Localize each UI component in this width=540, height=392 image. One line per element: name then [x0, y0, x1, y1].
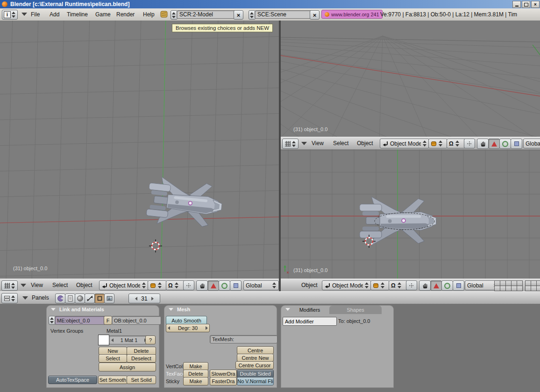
scene-unlink-button[interactable]: × — [310, 10, 320, 20]
layer-cell[interactable] — [526, 281, 531, 286]
menu-object[interactable]: Object — [357, 140, 373, 147]
collapse-header-triangle-icon[interactable] — [21, 284, 26, 287]
manipulator-rotate-toggle[interactable] — [488, 139, 500, 149]
manipulator-translate-toggle[interactable] — [477, 139, 489, 149]
menu-object[interactable]: Object — [76, 282, 92, 288]
sticky-make-button[interactable]: Make — [183, 377, 208, 385]
vgroup-assign-button[interactable]: Assign — [99, 363, 156, 371]
window-titlebar[interactable]: Blender [c:\External Runtimes\pelican.bl… — [0, 0, 540, 8]
script-context-button[interactable] — [65, 294, 75, 303]
centre-button[interactable]: Centre — [237, 346, 274, 354]
tab-modifiers[interactable]: Modifiers — [291, 306, 329, 314]
manipulator-translate-toggle[interactable] — [196, 280, 208, 291]
tab-shapes[interactable]: Shapes — [329, 306, 382, 314]
viewport-left-canvas[interactable]: (31) object_0.0 — [0, 21, 279, 279]
manipulator-rotate-toggle[interactable] — [430, 280, 442, 291]
manipulator-scale-toggle[interactable] — [219, 280, 230, 291]
close-button[interactable]: × — [531, 1, 540, 8]
menu-add[interactable]: Add — [50, 10, 59, 19]
editor-type-button-buttons[interactable] — [1, 293, 18, 303]
fake-user-button[interactable]: F — [104, 316, 112, 325]
layer-cell[interactable] — [495, 286, 500, 291]
texmesh-field[interactable]: TexMesh: — [210, 335, 277, 343]
vgroup-select-button[interactable]: Select — [99, 354, 127, 363]
material-index-stepper[interactable]: 1 Mat 1 — [109, 336, 149, 344]
orientation-dropdown[interactable]: Global — [243, 280, 279, 290]
arrow-right-icon[interactable] — [151, 297, 154, 301]
mode-dropdown[interactable]: Object Mode — [99, 280, 149, 290]
manipulator-scale-toggle[interactable] — [441, 280, 453, 291]
collapse-header-triangle-icon[interactable] — [22, 296, 28, 300]
editor-type-button-3dview[interactable] — [282, 139, 298, 149]
centre-cursor-button[interactable]: Centre Cursor — [235, 361, 274, 369]
manipulator-scale-toggle[interactable] — [499, 139, 511, 149]
degr-stepper[interactable]: Degr: 30 — [166, 324, 210, 332]
arrow-left-icon[interactable] — [135, 297, 137, 301]
layer-cell[interactable] — [517, 281, 522, 286]
panel-collapse-triangle-icon[interactable] — [285, 308, 290, 311]
editing-context-button[interactable] — [94, 294, 105, 303]
menu-select[interactable]: Select — [333, 140, 348, 147]
manipulator-extra-toggle[interactable] — [511, 139, 522, 149]
blender-version-badge[interactable]: www.blender.org 241 — [321, 10, 383, 19]
draw-type-dropdown[interactable] — [148, 280, 167, 290]
orientation-dropdown[interactable]: Global — [523, 139, 540, 148]
layer-cell[interactable] — [500, 286, 505, 291]
layer-cell[interactable] — [512, 286, 517, 291]
manipulator-button[interactable] — [183, 280, 194, 290]
layer-cell[interactable] — [537, 281, 540, 286]
autotexspace-toggle[interactable]: AutoTexSpace — [48, 376, 97, 384]
screen-unlink-button[interactable]: × — [234, 10, 243, 20]
layer-buttons-group-2[interactable] — [525, 280, 540, 291]
object-context-button[interactable] — [85, 294, 95, 303]
menu-game[interactable]: Game — [95, 10, 111, 19]
viewport-bottomright-canvas[interactable]: x (31) object_0.0 — [281, 149, 540, 279]
material-color-swatch[interactable] — [98, 335, 109, 345]
minimize-button[interactable] — [512, 1, 521, 8]
panel-collapse-triangle-icon[interactable] — [51, 308, 56, 311]
collapse-header-triangle-icon[interactable] — [301, 142, 307, 145]
manipulator-translate-toggle[interactable] — [419, 280, 431, 291]
layer-cell[interactable] — [512, 281, 517, 286]
menu-select[interactable]: Select — [52, 282, 68, 288]
material-help-button[interactable]: ? — [145, 336, 156, 344]
add-modifier-button[interactable]: Add Modifier — [283, 317, 337, 326]
mode-dropdown[interactable]: Object Mode — [380, 139, 429, 148]
layer-cell[interactable] — [531, 286, 536, 291]
menu-help[interactable]: Help — [143, 10, 155, 19]
draw-type-dropdown[interactable] — [428, 139, 448, 148]
layer-cell[interactable] — [500, 281, 505, 286]
layer-cell[interactable] — [531, 281, 536, 286]
set-solid-button[interactable]: Set Solid — [127, 376, 156, 384]
editor-type-button-info[interactable]: i — [2, 10, 18, 20]
restore-button[interactable] — [522, 1, 530, 8]
arrow-left-icon[interactable] — [111, 338, 114, 342]
editor-type-button-3dview[interactable] — [1, 280, 18, 291]
layer-cell[interactable] — [506, 281, 511, 286]
vgroup-deselect-button[interactable]: Deselect — [127, 354, 156, 363]
manipulator-button[interactable] — [464, 139, 475, 148]
panel-collapse-triangle-icon[interactable] — [169, 308, 173, 311]
mode-dropdown[interactable]: Object Mode — [322, 280, 371, 290]
layer-cell[interactable] — [495, 281, 500, 286]
menu-view[interactable]: View — [312, 140, 324, 147]
draw-type-dropdown[interactable] — [370, 280, 390, 290]
object-name-field[interactable]: OB:object_0.0 — [112, 316, 161, 325]
layer-cell[interactable] — [526, 286, 531, 291]
panels-menu[interactable]: Panels — [32, 294, 49, 301]
menu-object[interactable]: Object — [301, 282, 318, 288]
menu-file[interactable]: File — [31, 10, 40, 19]
viewport-topright-canvas[interactable]: (31) object_0.0 — [281, 21, 540, 137]
screen-selector-field[interactable]: SCR:2-Model — [177, 10, 238, 19]
scene-selector-field[interactable]: SCE:Scene — [255, 10, 314, 19]
menu-timeline[interactable]: Timeline — [67, 10, 88, 19]
layer-cell[interactable] — [506, 286, 511, 291]
no-vnormal-flip-toggle[interactable]: No V.Normal Fli — [237, 377, 274, 385]
frame-number-stepper[interactable]: 31 — [128, 294, 160, 303]
logic-context-button[interactable] — [55, 294, 65, 303]
manipulator-extra-toggle[interactable] — [453, 280, 464, 291]
manipulator-extra-toggle[interactable] — [230, 280, 242, 291]
menu-view[interactable]: View — [31, 282, 43, 288]
arrow-left-icon[interactable] — [168, 326, 170, 330]
set-smooth-button[interactable]: Set Smooth — [98, 376, 128, 384]
